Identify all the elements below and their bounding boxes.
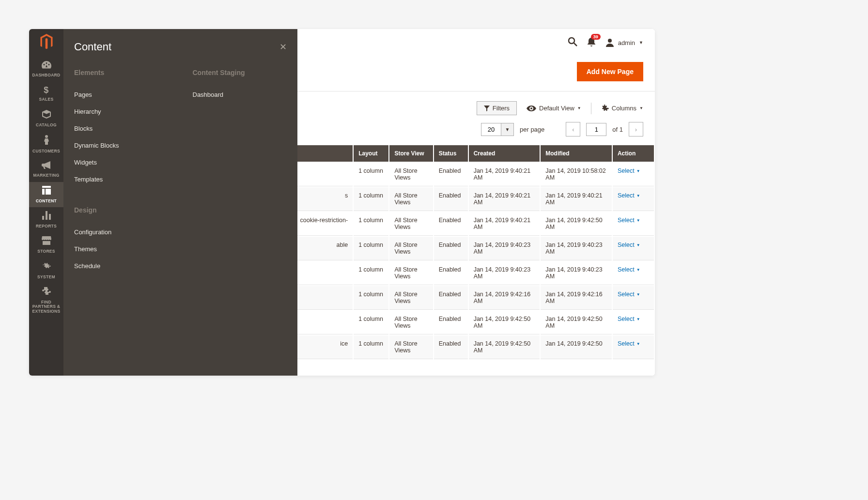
cell-created: Jan 14, 2019 9:42:50 AM <box>469 335 540 359</box>
cell-store: All Store Views <box>389 212 433 236</box>
cell-store: All Store Views <box>389 237 433 260</box>
of-pages-label: of 1 <box>612 126 623 133</box>
svg-point-4 <box>569 38 574 44</box>
svg-line-5 <box>574 43 577 46</box>
cell-status: Enabled <box>434 261 468 285</box>
sidebar-item-partners[interactable]: FIND PARTNERS & EXTENSIONS <box>29 283 63 318</box>
notification-badge: 39 <box>591 34 601 40</box>
gauge-icon <box>42 61 51 71</box>
sidebar-item-stores[interactable]: STORES <box>29 232 63 258</box>
grid-header-store[interactable]: Store View <box>389 145 433 162</box>
select-action[interactable]: Select ▼ <box>618 192 640 199</box>
sidebar-item-catalog[interactable]: CATALOG <box>29 106 63 131</box>
cell-modified: Jan 14, 2019 9:42:50 AM <box>541 212 612 236</box>
cell-status: Enabled <box>434 286 468 310</box>
grid-header-layout[interactable]: Layout <box>354 145 388 162</box>
sidebar-item-marketing[interactable]: MARKETING <box>29 157 63 182</box>
cell-modified: Jan 14, 2019 9:40:23 AM <box>541 261 612 285</box>
columns-button[interactable]: Columns ▼ <box>601 105 643 112</box>
grid-header-action: Action <box>613 145 654 162</box>
svg-rect-2 <box>46 211 47 220</box>
filters-button[interactable]: Filters <box>477 101 517 115</box>
grid-header-status[interactable]: Status <box>434 145 468 162</box>
cell-created: Jan 14, 2019 9:40:21 AM <box>469 187 540 211</box>
add-new-page-button[interactable]: Add New Page <box>577 62 643 81</box>
page-size-input[interactable] <box>481 123 501 136</box>
megaphone-icon <box>42 161 51 171</box>
chevron-down-icon: ▼ <box>639 40 643 45</box>
submenu-link-configuration[interactable]: Configuration <box>74 224 169 241</box>
submenu-link-templates[interactable]: Templates <box>74 171 169 188</box>
select-action[interactable]: Select ▼ <box>618 266 640 273</box>
funnel-icon <box>484 106 490 111</box>
sidebar-item-dashboard[interactable]: DASHBOARD <box>29 57 63 81</box>
select-action[interactable]: Select ▼ <box>618 340 640 347</box>
svg-rect-1 <box>42 216 44 220</box>
select-action[interactable]: Select ▼ <box>618 316 640 322</box>
sidebar-item-system[interactable]: SYSTEM <box>29 258 63 283</box>
cell-layout: 1 column <box>354 237 388 260</box>
select-action[interactable]: Select ▼ <box>618 291 640 298</box>
person-icon <box>44 135 49 147</box>
sidebar-item-content[interactable]: CONTENT <box>29 182 63 207</box>
cell-status: Enabled <box>434 187 468 211</box>
cell-status: Enabled <box>434 335 468 359</box>
close-icon[interactable]: ✕ <box>279 42 287 52</box>
chevron-down-icon: ▼ <box>636 292 640 297</box>
chevron-down-icon: ▼ <box>636 169 640 173</box>
svg-point-6 <box>608 39 612 43</box>
sidebar-item-sales[interactable]: $ SALES <box>29 81 63 106</box>
submenu-link-widgets[interactable]: Widgets <box>74 154 169 171</box>
cell-modified: Jan 14, 2019 9:42:50 AM <box>541 311 612 334</box>
box-icon <box>42 110 51 121</box>
submenu-link-staging-dashboard[interactable]: Dashboard <box>193 86 287 103</box>
puzzle-icon <box>42 287 51 298</box>
eye-icon <box>527 106 536 111</box>
cell-store: All Store Views <box>389 311 433 334</box>
select-action[interactable]: Select ▼ <box>618 217 640 224</box>
grid-header-created[interactable]: Created <box>469 145 540 162</box>
submenu-link-dynamic-blocks[interactable]: Dynamic Blocks <box>74 137 169 154</box>
user-menu[interactable]: admin ▼ <box>605 38 643 47</box>
magento-logo-icon[interactable] <box>40 34 53 51</box>
chevron-down-icon: ▼ <box>636 194 640 198</box>
bar-chart-icon <box>42 211 51 222</box>
chevron-down-icon: ▼ <box>639 106 643 110</box>
grid-header-modified[interactable]: Modified <box>541 145 612 162</box>
submenu-link-pages[interactable]: Pages <box>74 86 169 103</box>
submenu-link-hierarchy[interactable]: Hierarchy <box>74 103 169 120</box>
sidebar-item-customers[interactable]: CUSTOMERS <box>29 131 63 157</box>
cell-layout: 1 column <box>354 212 388 236</box>
sidebar-item-reports[interactable]: REPORTS <box>29 207 63 232</box>
default-view-button[interactable]: Default View ▼ <box>527 105 581 112</box>
chevron-down-icon[interactable]: ▼ <box>501 123 514 136</box>
submenu-link-schedule[interactable]: Schedule <box>74 258 169 274</box>
prev-page-button[interactable]: ‹ <box>566 122 580 136</box>
cell-status: Enabled <box>434 311 468 334</box>
cell-store: All Store Views <box>389 335 433 359</box>
app-window: DASHBOARD $ SALES CATALOG CUSTOMERS MARK… <box>29 29 655 376</box>
cell-store: All Store Views <box>389 286 433 310</box>
next-page-button[interactable]: › <box>629 122 643 136</box>
submenu-section-staging: Content Staging <box>193 69 287 76</box>
cell-layout: 1 column <box>354 311 388 334</box>
current-page-input[interactable] <box>586 123 606 136</box>
content-submenu: Content ✕ Elements Pages Hierarchy Block… <box>63 29 297 376</box>
cell-modified: Jan 14, 2019 9:42:16 AM <box>541 286 612 310</box>
submenu-section-elements: Elements <box>74 69 169 76</box>
submenu-link-themes[interactable]: Themes <box>74 241 169 258</box>
user-icon <box>605 38 614 47</box>
cell-created: Jan 14, 2019 9:40:21 AM <box>469 212 540 236</box>
submenu-link-blocks[interactable]: Blocks <box>74 120 169 137</box>
notification-icon[interactable]: 39 <box>587 37 596 48</box>
cell-action: Select ▼ <box>613 261 654 285</box>
chevron-down-icon: ▼ <box>636 317 640 321</box>
search-icon[interactable] <box>568 37 577 48</box>
cell-layout: 1 column <box>354 163 388 186</box>
select-action[interactable]: Select ▼ <box>618 242 640 248</box>
cell-layout: 1 column <box>354 261 388 285</box>
select-action[interactable]: Select ▼ <box>618 167 640 174</box>
gear-icon <box>601 105 609 112</box>
gear-icon <box>42 262 51 273</box>
cell-action: Select ▼ <box>613 187 654 211</box>
